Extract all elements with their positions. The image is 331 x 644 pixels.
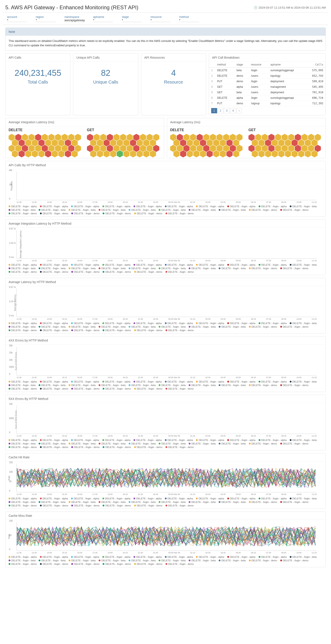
legend-item[interactable]: DELETE - /login - demo — [71, 270, 100, 273]
chart-body[interactable]: Sum of 5XX Errors0500010k — [17, 405, 317, 434]
hex-cell[interactable] — [65, 150, 71, 158]
legend-item[interactable]: DELETE - /login - alpha — [102, 380, 131, 383]
hex-cell[interactable] — [265, 150, 271, 158]
legend-item[interactable]: DELETE - /login - beta — [159, 559, 186, 562]
legend-item[interactable]: DELETE - /login - alpha — [259, 497, 287, 500]
legend-item[interactable]: DELETE - /login - beta — [69, 442, 96, 445]
hex-cell[interactable] — [207, 150, 213, 158]
hex-cell[interactable] — [123, 150, 130, 158]
legend-item[interactable]: DELETE - /login - beta — [219, 267, 246, 270]
legend-item[interactable]: DELETE - /login - alpha — [196, 380, 224, 383]
hex-cell[interactable] — [213, 150, 219, 158]
legend-item[interactable]: DELETE - /login - alpha — [227, 322, 255, 324]
legend-item[interactable]: DELETE - /login - alpha — [102, 205, 131, 208]
legend-item[interactable]: DELETE - /login - alpha — [165, 205, 193, 208]
page-1[interactable]: 1 — [211, 108, 217, 113]
legend-item[interactable]: DELETE - /login - demo — [103, 329, 131, 332]
hex-cell[interactable] — [72, 150, 78, 158]
legend-item[interactable]: DELETE - /login - alpha — [165, 497, 193, 500]
legend-item[interactable]: DELETE - /login - alpha — [196, 205, 224, 208]
legend-item[interactable]: DELETE - /login - demo — [71, 387, 100, 390]
legend-item[interactable]: DELETE - /login - demo — [166, 270, 194, 273]
table-row[interactable]: 5GETbeta/usersdeployment701,910 — [209, 90, 325, 95]
legend-item[interactable]: DELETE - /login - beta — [189, 442, 216, 445]
legend-item[interactable]: DELETE - /login - demo — [134, 387, 162, 390]
legend-item[interactable]: DELETE - /login - demo — [280, 501, 308, 503]
legend-item[interactable]: DELETE - /login - demo — [166, 446, 194, 448]
legend-item[interactable]: DELETE - /login - demo — [166, 329, 194, 332]
legend-item[interactable]: DELETE - /login - beta — [290, 556, 317, 558]
legend-item[interactable]: DELETE - /login - beta — [9, 208, 36, 211]
hex-cell[interactable] — [25, 150, 31, 158]
legend-item[interactable]: DELETE - /login - alpha — [71, 497, 99, 500]
legend-item[interactable]: DELETE - /login - beta — [39, 267, 66, 270]
legend-item[interactable]: DELETE - /login - alpha — [40, 205, 68, 208]
legend-item[interactable]: DELETE - /login - alpha — [71, 322, 99, 324]
legend-item[interactable]: DELETE - /login - demo — [103, 446, 131, 448]
legend-item[interactable]: DELETE - /login - demo — [280, 267, 308, 270]
hex-cell[interactable] — [12, 150, 18, 158]
legend-item[interactable]: DELETE - /login - beta — [99, 559, 126, 562]
legend-item[interactable]: DELETE - /login - demo — [249, 501, 277, 503]
table-row[interactable]: 4GETalpha/usersmanagement545,495 — [209, 84, 325, 90]
legend-item[interactable]: DELETE - /login - demo — [280, 442, 308, 445]
legend-item[interactable]: DELETE - /login - demo — [134, 504, 162, 507]
legend-item[interactable]: DELETE - /login - alpha — [165, 439, 193, 442]
page-›[interactable]: › — [237, 108, 242, 113]
chart-body[interactable]: Average Latency0 ms3.33 m6.67 m — [17, 288, 317, 317]
legend-item[interactable]: DELETE - /login - beta — [9, 501, 36, 503]
legend-item[interactable]: DELETE - /login - beta — [99, 501, 126, 503]
legend-item[interactable]: DELETE - /login - demo — [40, 270, 68, 273]
hex-cell[interactable] — [130, 150, 136, 158]
legend-item[interactable]: DELETE - /login - beta — [129, 208, 156, 211]
legend-item[interactable]: DELETE - /login - beta — [290, 497, 317, 500]
legend-item[interactable]: DELETE - /login - alpha — [40, 264, 68, 266]
legend-item[interactable]: DELETE - /login - alpha — [196, 497, 224, 500]
legend-item[interactable]: DELETE - /login - demo — [71, 563, 100, 565]
legend-item[interactable]: DELETE - /login - alpha — [134, 380, 162, 383]
legend-item[interactable]: DELETE - /login - demo — [103, 504, 131, 507]
legend-item[interactable]: DELETE - /login - demo — [103, 563, 131, 565]
table-row[interactable]: 3PUTdemo/logindeployment599,819 — [209, 79, 325, 84]
legend-item[interactable]: DELETE - /login - alpha — [134, 497, 162, 500]
filter-value[interactable] — [151, 18, 170, 22]
legend-item[interactable]: DELETE - /login - beta — [219, 208, 246, 211]
legend-item[interactable]: DELETE - /login - beta — [189, 326, 216, 328]
legend-item[interactable]: DELETE - /login - beta — [129, 384, 156, 386]
time-range-picker[interactable]: 2024-03-07 11:13:51 AM to 2024-03-08 11:… — [254, 6, 326, 9]
legend-item[interactable]: DELETE - /login - beta — [189, 501, 216, 503]
legend-item[interactable]: DELETE - /login - alpha — [102, 497, 131, 500]
legend-item[interactable]: DELETE - /login - alpha — [165, 264, 193, 266]
legend-item[interactable]: DELETE - /login - demo — [71, 446, 100, 448]
legend-item[interactable]: DELETE - /login - demo — [9, 329, 37, 332]
legend-item[interactable]: DELETE - /login - demo — [166, 504, 194, 507]
legend-item[interactable]: DELETE - /login - demo — [249, 559, 277, 562]
hex-cell[interactable] — [137, 150, 143, 158]
hex-cell[interactable] — [32, 150, 38, 158]
legend-item[interactable]: DELETE - /login - beta — [69, 326, 96, 328]
legend-item[interactable]: DELETE - /login - beta — [129, 501, 156, 503]
legend-item[interactable]: DELETE - /login - alpha — [227, 439, 255, 442]
legend-item[interactable]: DELETE - /login - alpha — [259, 205, 287, 208]
legend-item[interactable]: DELETE - /login - alpha — [196, 439, 224, 442]
legend-item[interactable]: DELETE - /login - beta — [290, 439, 317, 442]
filter-namespace[interactable]: namespaceaws/apigateway — [65, 15, 84, 22]
legend-item[interactable]: DELETE - /login - beta — [39, 208, 66, 211]
hex-cell[interactable] — [285, 150, 291, 158]
legend-item[interactable]: DELETE - /login - beta — [189, 208, 216, 211]
legend-item[interactable]: DELETE - /login - alpha — [259, 556, 287, 558]
legend-item[interactable]: DELETE - /login - demo — [40, 446, 68, 448]
legend-item[interactable]: DELETE - /login - alpha — [134, 556, 162, 558]
legend-item[interactable]: DELETE - /login - demo — [40, 212, 68, 215]
hex-cell[interactable] — [272, 150, 278, 158]
legend-item[interactable]: DELETE - /login - alpha — [71, 205, 99, 208]
legend-item[interactable]: DELETE - /login - alpha — [259, 439, 287, 442]
legend-item[interactable]: DELETE - /login - demo — [9, 270, 37, 273]
legend-item[interactable]: DELETE - /login - demo — [40, 563, 68, 565]
filter-account[interactable]: account — [7, 15, 27, 22]
legend-item[interactable]: DELETE - /login - beta — [69, 501, 96, 503]
legend-item[interactable]: DELETE - /login - demo — [134, 563, 162, 565]
legend-item[interactable]: DELETE - /login - demo — [9, 504, 37, 507]
legend-item[interactable]: DELETE - /login - demo — [280, 326, 308, 328]
filter-apiname[interactable]: apiname — [93, 15, 113, 22]
